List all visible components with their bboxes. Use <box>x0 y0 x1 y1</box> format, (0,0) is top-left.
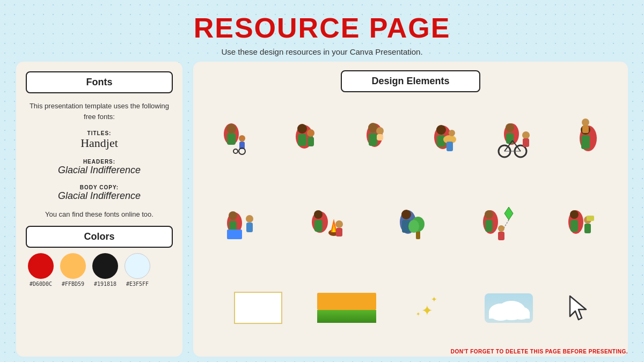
swatch-label-yellow: #FFBD59 <box>62 281 84 287</box>
yellow-grass-element <box>317 293 376 323</box>
svg-point-36 <box>582 119 589 126</box>
white-rect-element <box>234 292 282 324</box>
figure-3 <box>352 116 400 161</box>
svg-rect-32 <box>523 138 529 147</box>
colors-section: Colors #D60D0C #FFBD59 #191818 <box>26 226 173 287</box>
main-container: RESOURCE PAGE Use these design resources… <box>0 0 644 362</box>
swatch-black: #191818 <box>92 253 118 287</box>
figure-9 <box>386 201 435 246</box>
swatch-lightblue: #E3F5FF <box>125 253 150 287</box>
svg-point-2 <box>226 124 236 134</box>
swatch-circle-red <box>28 253 54 279</box>
page-header: RESOURCE PAGE Use these design resources… <box>0 0 644 56</box>
swatch-circle-black <box>92 253 118 279</box>
svg-point-25 <box>506 123 514 132</box>
fonts-header-box: Fonts <box>26 71 173 93</box>
svg-point-61 <box>485 210 493 219</box>
design-elements-header: Design Elements <box>203 70 618 92</box>
svg-point-21 <box>449 130 455 136</box>
svg-point-19 <box>436 125 446 135</box>
design-elements-label: Design Elements <box>371 76 449 86</box>
font-name-titles: Handjet <box>26 136 173 150</box>
swatch-label-black: #191818 <box>94 281 116 287</box>
figure-2 <box>281 116 330 161</box>
white-rectangle <box>234 292 282 324</box>
svg-rect-34 <box>581 135 590 149</box>
sparkle-small-icon: ✦ <box>431 295 437 304</box>
colors-header-box: Colors <box>26 226 173 248</box>
svg-point-42 <box>246 215 253 223</box>
cloud-element <box>485 293 533 323</box>
font-name-headers: Glacial Indifference <box>26 165 173 176</box>
swatch-yellow: #FFBD59 <box>60 253 86 287</box>
left-panel: Fonts This presentation template uses th… <box>16 62 182 357</box>
svg-point-6 <box>233 149 238 153</box>
colors-label: Colors <box>84 231 114 242</box>
svg-marker-62 <box>504 207 513 220</box>
svg-point-46 <box>314 210 323 219</box>
font-entry-titles: TITLES: Handjet <box>26 130 173 150</box>
svg-point-58 <box>408 220 419 233</box>
figure-10 <box>470 201 518 246</box>
svg-point-3 <box>239 135 245 142</box>
svg-rect-24 <box>506 133 514 144</box>
swatch-label-red: #D60D0C <box>30 281 52 287</box>
svg-marker-77 <box>570 296 586 320</box>
svg-point-10 <box>307 129 314 137</box>
svg-rect-22 <box>447 142 453 151</box>
figure-1 <box>211 116 260 161</box>
svg-rect-37 <box>582 125 589 133</box>
content-area: Fonts This presentation template uses th… <box>0 56 644 362</box>
footer-warning: DON'T FORGET TO DELETE THIS PAGE BEFORE … <box>451 349 628 354</box>
font-category-titles: TITLES: <box>26 130 173 136</box>
sparkle-large-icon: ✦ <box>421 302 433 319</box>
font-category-headers: HEADERS: <box>26 159 173 165</box>
cursor-icon <box>568 295 587 321</box>
figure-5 <box>491 116 539 161</box>
svg-point-9 <box>297 124 307 134</box>
design-elements-header-box: Design Elements <box>341 70 480 92</box>
svg-rect-8 <box>298 134 306 146</box>
font-name-body: Glacial Indifference <box>26 190 173 202</box>
svg-rect-70 <box>584 224 591 233</box>
subtitle: Use these design resources in your Canva… <box>0 47 644 56</box>
figures-grid: ✦ ✦ ✦ <box>203 99 618 348</box>
font-category-body: BODY COPY: <box>26 184 173 190</box>
svg-rect-16 <box>377 134 383 141</box>
svg-point-15 <box>376 127 384 135</box>
svg-rect-67 <box>570 220 578 232</box>
fonts-label: Fonts <box>86 77 113 87</box>
svg-rect-52 <box>336 228 342 237</box>
cloud-icon <box>485 293 533 323</box>
svg-rect-65 <box>498 232 504 240</box>
svg-rect-56 <box>416 231 420 239</box>
yellow-rectangle <box>317 293 376 310</box>
figure-7 <box>218 201 267 246</box>
svg-rect-1 <box>227 133 236 145</box>
font-entry-headers: HEADERS: Glacial Indifference <box>26 159 173 176</box>
swatch-label-lightblue: #E3F5FF <box>126 281 149 287</box>
figure-4 <box>421 116 470 161</box>
figures-row-2 <box>203 183 618 264</box>
svg-point-64 <box>498 225 504 232</box>
fonts-description: This presentation template uses the foll… <box>26 101 173 122</box>
svg-rect-41 <box>227 230 242 239</box>
svg-point-40 <box>229 211 237 220</box>
font-find-text: You can find these fonts online too. <box>26 210 173 218</box>
svg-rect-71 <box>587 216 594 221</box>
sparkle-tiny-icon: ✦ <box>416 311 420 317</box>
figures-row-1 <box>203 99 618 179</box>
svg-point-68 <box>570 210 579 219</box>
figure-8 <box>303 201 351 246</box>
svg-point-55 <box>401 210 411 219</box>
sparkles-element: ✦ ✦ ✦ <box>412 292 449 324</box>
svg-rect-11 <box>308 137 314 146</box>
figure-6 <box>561 116 610 161</box>
page-title: RESOURCE PAGE <box>0 12 644 44</box>
svg-rect-13 <box>369 133 377 146</box>
svg-rect-60 <box>485 220 493 232</box>
pixel-grass <box>317 310 376 323</box>
cursor-element <box>568 295 587 321</box>
right-panel: Design Elements <box>193 62 628 357</box>
color-swatches: #D60D0C #FFBD59 #191818 #E3F5FF <box>26 253 173 287</box>
